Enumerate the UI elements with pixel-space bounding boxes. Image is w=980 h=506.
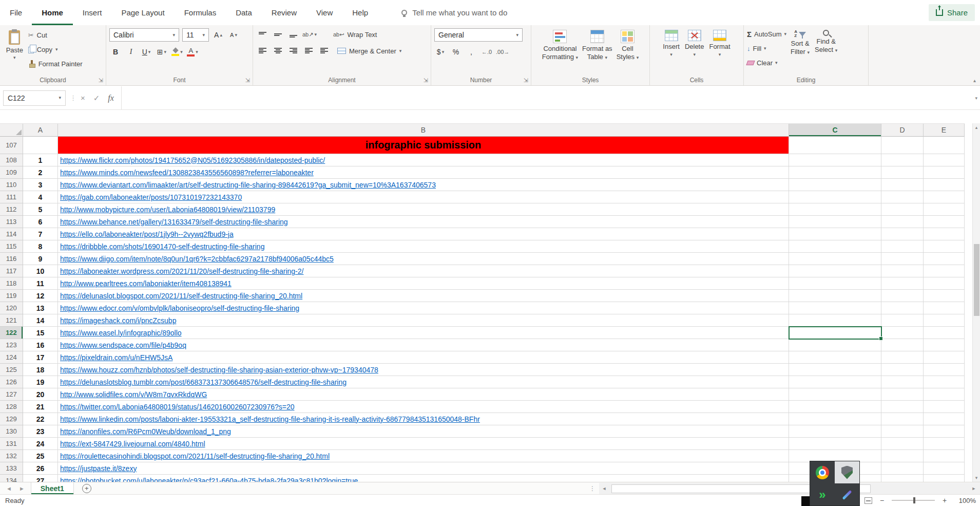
cell-colC[interactable] <box>789 277 881 290</box>
url-link[interactable]: https://imageshack.com/i/pncZcsubp <box>60 316 176 325</box>
cell-colE[interactable] <box>924 438 965 450</box>
cell-colC[interactable] <box>789 376 881 388</box>
middle-align-button[interactable] <box>272 28 284 41</box>
font-color-button[interactable]: A ▾ <box>186 46 199 58</box>
url-link[interactable]: https://www.diigo.com/item/note/8q0un/1q… <box>60 255 334 263</box>
cell-colD[interactable] <box>881 191 924 203</box>
tray-item-expand[interactable]: » <box>810 483 835 505</box>
underline-button[interactable]: U ▾ <box>140 46 152 58</box>
cell-colB[interactable]: https://photobucket.com/u/laboneakter/p/… <box>58 475 789 482</box>
cell-colC[interactable] <box>789 216 881 228</box>
cell-colD[interactable] <box>881 216 924 228</box>
cell-colD[interactable] <box>881 388 924 401</box>
tab-insert[interactable]: Insert <box>73 0 112 25</box>
fill-color-button[interactable]: ▾ <box>171 46 183 58</box>
cell-colC[interactable] <box>789 364 881 376</box>
row-header[interactable]: 125 <box>0 364 23 376</box>
cell-colD[interactable] <box>881 265 924 277</box>
row-header[interactable]: 133 <box>0 462 23 475</box>
cell-colB[interactable]: http://www.pearltrees.com/laboniakter/it… <box>58 277 789 290</box>
align-left-button[interactable] <box>256 45 268 57</box>
tray-item-security[interactable] <box>835 461 859 483</box>
cell-colA[interactable]: 5 <box>23 203 58 216</box>
row-header[interactable]: 119 <box>0 290 23 302</box>
decrease-font-size-button[interactable]: A▾ <box>227 29 240 41</box>
cell-colD[interactable] <box>881 351 924 364</box>
cell-colB[interactable]: https://delunaslotsblog.tumblr.com/post/… <box>58 376 789 388</box>
cell-colD[interactable] <box>881 228 924 240</box>
cell-colD[interactable] <box>881 240 924 253</box>
cell-colE[interactable] <box>924 413 965 425</box>
cell-colB[interactable]: https://pixeldrain.com/u/nEHW5JsA <box>58 351 789 364</box>
cell-colC[interactable] <box>789 351 881 364</box>
format-painter-button[interactable]: Format Painter <box>26 57 103 70</box>
increase-font-size-button[interactable]: A▴ <box>212 29 224 41</box>
cell-colE[interactable] <box>924 351 965 364</box>
cell-colB[interactable]: https://ext-5847429.livejournal.com/4840… <box>58 438 789 450</box>
url-link[interactable]: https://roulettecasinohindi.blogspot.com… <box>60 452 330 460</box>
cell-colD[interactable] <box>881 203 924 216</box>
tab-file[interactable]: File <box>0 0 32 25</box>
cell-colA[interactable]: 7 <box>23 228 58 240</box>
cell-colD[interactable] <box>881 475 924 482</box>
cell-colA[interactable]: 23 <box>23 425 58 438</box>
row-header[interactable]: 129 <box>0 413 23 425</box>
new-sheet-button[interactable]: + <box>82 484 91 493</box>
cell-colB[interactable]: http://www.solidfiles.com/v/W8m7qvxRkdqW… <box>58 388 789 401</box>
cell-colC[interactable] <box>789 203 881 216</box>
decrease-indent-button[interactable] <box>302 45 315 57</box>
format-cells-button[interactable]: Format ▾ <box>709 28 730 75</box>
sort-filter-button[interactable]: AZ Sort & Filter ▾ <box>791 28 810 75</box>
column-header-A[interactable]: A <box>23 124 58 137</box>
cell-colE[interactable] <box>924 166 965 179</box>
row-header[interactable]: 112 <box>0 203 23 216</box>
find-select-button[interactable]: Find & Select ▾ <box>815 28 837 75</box>
scroll-up-icon[interactable]: ▴ <box>973 125 980 130</box>
clear-button[interactable]: Clear ▾ <box>747 57 786 68</box>
italic-button[interactable]: I <box>125 46 137 58</box>
url-link[interactable]: https://www.edocr.com/v/ombvlplk/labonis… <box>60 304 299 312</box>
cancel-button[interactable]: × <box>81 93 85 102</box>
scroll-right-icon[interactable]: ► <box>969 486 979 491</box>
url-link[interactable]: http://www.pearltrees.com/laboniakter/it… <box>60 279 232 288</box>
vertical-scrollbar-thumb[interactable] <box>974 244 979 316</box>
cell-colC[interactable] <box>789 154 881 166</box>
align-center-button[interactable] <box>272 45 284 57</box>
url-link[interactable]: https://delunaslotsblog.tumblr.com/post/… <box>60 378 347 386</box>
cell-colA[interactable]: 1 <box>23 154 58 166</box>
cell-colA[interactable]: 19 <box>23 376 58 388</box>
dialog-launcher-icon[interactable]: ⇲ <box>99 77 103 84</box>
cell-colB[interactable]: https://www.edocr.com/v/ombvlplk/labonis… <box>58 302 789 314</box>
url-link[interactable]: https://www.deviantart.com/limaakter/art… <box>60 181 436 189</box>
cell-colD[interactable] <box>881 438 924 450</box>
tab-data[interactable]: Data <box>226 0 262 25</box>
insert-function-button[interactable]: fx <box>108 93 114 103</box>
cell-colE[interactable] <box>924 364 965 376</box>
cell-colE[interactable] <box>924 191 965 203</box>
cell-colD[interactable] <box>881 364 924 376</box>
url-link[interactable]: https://ext-5847429.livejournal.com/4840… <box>60 440 205 448</box>
url-link[interactable]: https://www.minds.com/newsfeed/130882384… <box>60 168 314 177</box>
url-link[interactable]: https://www.behance.net/gallery/13163347… <box>60 218 288 226</box>
cell-colE[interactable] <box>924 253 965 265</box>
cell-colE[interactable] <box>924 401 965 413</box>
tray-item-paint[interactable] <box>835 483 859 505</box>
row-header[interactable]: 132 <box>0 450 23 462</box>
cell-colB[interactable]: https://twitter.com/Labonia64808019/stat… <box>58 401 789 413</box>
paste-button[interactable]: Paste ▾ <box>3 28 26 75</box>
row-header[interactable]: 109 <box>0 166 23 179</box>
row-header[interactable]: 134 <box>0 475 23 482</box>
dialog-launcher-icon[interactable]: ⇲ <box>245 77 250 84</box>
cell-colC[interactable] <box>789 191 881 203</box>
cell-colE[interactable] <box>924 265 965 277</box>
bottom-align-button[interactable] <box>287 28 299 41</box>
cell-colB[interactable]: https://www.minds.com/newsfeed/130882384… <box>58 166 789 179</box>
cell-colE[interactable] <box>924 339 965 351</box>
cell-colC[interactable] <box>789 137 881 154</box>
zoom-level[interactable]: 100% <box>954 497 976 504</box>
cell-colC[interactable] <box>789 438 881 450</box>
url-link[interactable]: http://www.mobypicture.com/user/Labonia6… <box>60 205 275 214</box>
cell-colA[interactable]: 6 <box>23 216 58 228</box>
cell-colC[interactable] <box>789 388 881 401</box>
cell-colE[interactable] <box>924 376 965 388</box>
